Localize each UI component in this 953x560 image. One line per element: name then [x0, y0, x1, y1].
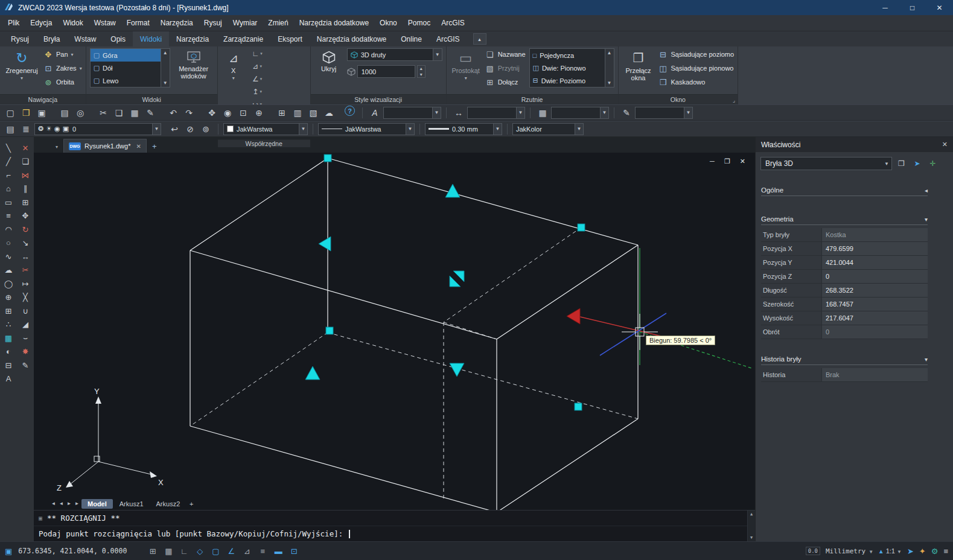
- layer-sun-icon[interactable]: ☀: [46, 125, 52, 133]
- snap-toggle[interactable]: ⊞: [146, 545, 159, 557]
- erase-tool[interactable]: ✕: [18, 141, 33, 155]
- menu-plik[interactable]: Plik: [2, 15, 25, 31]
- polar-toggle[interactable]: ◇: [193, 545, 206, 557]
- toggle-pickadd-icon[interactable]: ✛: [926, 158, 939, 170]
- tab-wstaw[interactable]: Wstaw: [67, 31, 103, 46]
- cloud-button[interactable]: ☁: [322, 106, 336, 119]
- array-tool[interactable]: ⊞: [18, 196, 33, 209]
- menu-okno[interactable]: Okno: [374, 15, 403, 31]
- offset-tool[interactable]: ∥: [18, 182, 33, 196]
- table-button[interactable]: ▥: [290, 106, 305, 119]
- layer-isolate-button[interactable]: ⊚: [199, 122, 213, 136]
- help-button[interactable]: ?: [345, 106, 355, 116]
- scroll-up-icon[interactable]: ▲: [750, 512, 753, 517]
- command-scrollbar[interactable]: ▲ ▼: [747, 511, 755, 541]
- ucs-button-4[interactable]: ↥ ▾: [249, 86, 266, 97]
- stretch-direction-arrow[interactable]: [567, 308, 580, 324]
- make-block-tool[interactable]: ⊞: [1, 304, 16, 318]
- section-historia-bryly[interactable]: Historia bryły ▾: [761, 355, 928, 365]
- menu-wstaw[interactable]: Wstaw: [89, 15, 121, 31]
- chamfer-tool[interactable]: ◢: [18, 318, 33, 332]
- ducs-toggle[interactable]: ⊿: [240, 545, 253, 557]
- new-layout-button[interactable]: +: [186, 500, 196, 508]
- rotate-tool[interactable]: ↻: [18, 223, 33, 237]
- layer-properties-button[interactable]: ▤: [3, 122, 18, 136]
- revcloud-tool[interactable]: ☁: [1, 264, 16, 278]
- viewports-button[interactable]: ⊞: [275, 106, 289, 119]
- tab-widoki[interactable]: Widoki: [133, 31, 169, 46]
- trim-tool[interactable]: ✂: [18, 264, 33, 278]
- plot-button[interactable]: ▤: [57, 106, 72, 119]
- sheet-button[interactable]: ▧: [306, 106, 320, 119]
- gradient-tool[interactable]: ◐: [1, 345, 16, 359]
- drawing-viewport[interactable]: Y X Z: [34, 153, 755, 510]
- menu-wymiar[interactable]: Wymiar: [228, 15, 263, 31]
- collapse-down-icon[interactable]: ▾: [925, 356, 928, 363]
- table-style-combo[interactable]: ▼: [551, 107, 609, 119]
- layer-states-button[interactable]: ≣: [19, 122, 33, 136]
- mleader-style-combo[interactable]: ▼: [635, 107, 693, 119]
- menu-format[interactable]: Format: [121, 15, 155, 31]
- spline-tool[interactable]: ∿: [1, 250, 16, 264]
- performance-button[interactable]: ✦: [919, 547, 926, 556]
- region-tool[interactable]: ⊟: [1, 358, 16, 372]
- layout-first-button[interactable]: ◄: [49, 501, 57, 506]
- qp-toggle[interactable]: ⊡: [287, 545, 301, 557]
- pan-button[interactable]: ✥: [205, 106, 219, 119]
- visual-style-combo[interactable]: 3D druty ▼: [347, 48, 442, 61]
- color-combo[interactable]: JakWarstwa ▼: [223, 123, 308, 135]
- viewport-dwie-poziomo[interactable]: ⊟ Dwie: Poziomo: [530, 74, 605, 87]
- plotstyle-combo[interactable]: JakKolor ▼: [512, 123, 584, 135]
- dimension-style-icon[interactable]: ↔: [451, 106, 466, 119]
- menu-arcgis[interactable]: ArcGIS: [436, 15, 470, 31]
- layer-prev-button[interactable]: ↩: [167, 122, 182, 136]
- maximize-button[interactable]: □: [899, 0, 926, 15]
- precision-button[interactable]: 0.0: [806, 547, 820, 555]
- explode-tool[interactable]: ✸: [18, 345, 33, 359]
- viewport-dwie-pionowo[interactable]: ◫ Dwie: Pionowo: [530, 62, 605, 74]
- view-manager-button[interactable]: Menadżer widoków: [174, 48, 214, 94]
- mleader-style-icon[interactable]: ✎: [619, 106, 634, 119]
- stepper-down-icon[interactable]: ▼: [419, 72, 423, 77]
- rzutnie-dolacz[interactable]: ⊞ Dołącz: [485, 76, 526, 88]
- solid-grips[interactable]: [305, 154, 585, 410]
- menu-zmien[interactable]: Zmień: [263, 15, 293, 31]
- tab-rysuj[interactable]: Rysuj: [4, 31, 36, 46]
- ucs-button-2[interactable]: ⊿ ▾: [249, 61, 266, 72]
- text-style-combo[interactable]: ▼: [383, 107, 441, 119]
- menu-pomoc[interactable]: Pomoc: [403, 15, 436, 31]
- construction-line-tool[interactable]: ╱: [1, 155, 16, 169]
- point-tool[interactable]: ∴: [1, 318, 16, 332]
- close-button[interactable]: ✕: [926, 0, 953, 15]
- extend-tool[interactable]: ↦: [18, 277, 33, 291]
- hide-button[interactable]: Ukryj: [314, 48, 343, 94]
- menu-widok[interactable]: Widok: [57, 15, 88, 31]
- viewport-rectangle-button[interactable]: ▭ Prostokąt ▾: [450, 48, 482, 94]
- model-space-icon[interactable]: ▣: [5, 547, 12, 556]
- new-button[interactable]: ▢: [3, 106, 18, 119]
- viewport-pojedyncza[interactable]: □ Pojedyncza: [530, 49, 605, 62]
- copy-button[interactable]: ❏: [112, 106, 126, 119]
- command-window[interactable]: ▣ ** ROZCIĄGNIJ ** Podaj punkt rozciągni…: [34, 510, 755, 541]
- insert-block-tool[interactable]: ⊕: [1, 291, 16, 305]
- object-type-combo[interactable]: Bryła 3D ▼: [760, 157, 892, 170]
- layer-match-button[interactable]: ⊘: [183, 122, 197, 136]
- tab-close-icon[interactable]: ✕: [136, 143, 141, 150]
- save-button[interactable]: ▣: [34, 106, 49, 119]
- dimension-style-combo[interactable]: ▼: [467, 107, 525, 119]
- join-tool[interactable]: ∪: [18, 304, 33, 318]
- copy-tool[interactable]: ❏: [18, 155, 33, 169]
- layer-combo[interactable]: ❂ ☀ ◉ ▣ 0 ▼: [34, 123, 161, 135]
- scroll-down-icon[interactable]: ▼: [607, 80, 612, 86]
- grid-toggle[interactable]: ▦: [162, 545, 175, 557]
- osnap-toggle[interactable]: ▢: [209, 545, 222, 557]
- lineweight-combo[interactable]: 0.30 mm ▼: [425, 123, 502, 135]
- circle-tool[interactable]: ○: [1, 237, 16, 250]
- scroll-up-icon[interactable]: ▲: [163, 50, 168, 56]
- command-prompt-line[interactable]: Podaj punkt rozciągnięcia lub [punkt Baz…: [34, 526, 755, 541]
- preview-button[interactable]: ◎: [73, 106, 88, 119]
- cut-button[interactable]: ✂: [96, 106, 110, 119]
- share-button[interactable]: ➤: [907, 547, 914, 556]
- units-combo[interactable]: Millimetry ▼: [826, 547, 873, 555]
- move-tool[interactable]: ✥: [18, 209, 33, 223]
